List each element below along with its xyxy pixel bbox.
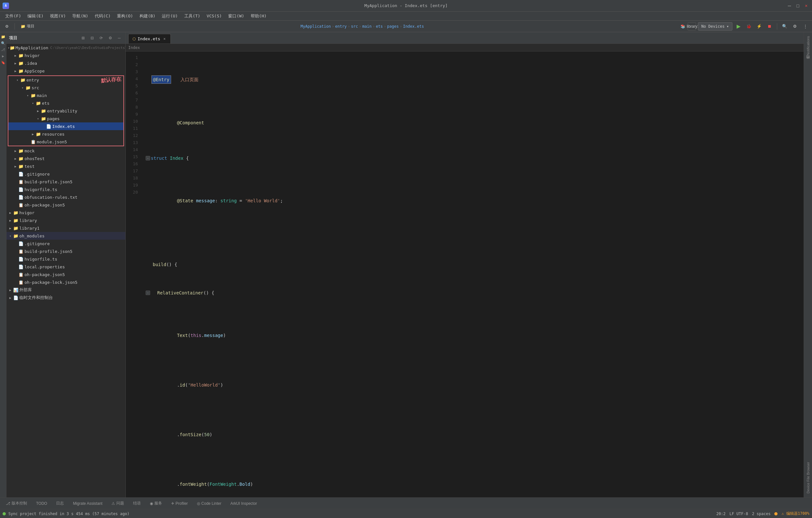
breadcrumb-pages[interactable]: pages xyxy=(387,24,399,29)
tab-log[interactable]: 日志 xyxy=(53,499,67,508)
breadcrumb-src[interactable]: src xyxy=(351,24,358,29)
menu-tools[interactable]: 工具(T) xyxy=(182,12,203,20)
tree-item-oh-modules[interactable]: ▾ 📁 oh_modules xyxy=(6,232,125,240)
breadcrumb-ets[interactable]: ets xyxy=(376,24,383,29)
tab-code-linter[interactable]: ◎ Code Linter xyxy=(194,499,225,508)
tree-item-local-prop[interactable]: ▶ 📄 local.properties xyxy=(6,263,125,271)
activity-run[interactable]: ▶ xyxy=(1,54,6,59)
menu-refactor[interactable]: 重构(O) xyxy=(114,12,135,20)
tree-item-main[interactable]: ▾ 📁 main xyxy=(8,91,123,99)
tree-item-test[interactable]: ▶ 📁 test xyxy=(6,162,125,170)
tab-version-control[interactable]: ⎇ 版本控制 xyxy=(3,499,30,508)
tab-problems[interactable]: ⚠ 问题 xyxy=(108,499,127,508)
tree-item-index-ets[interactable]: ▶ 📄 Index.ets xyxy=(8,122,123,130)
settings-icon-btn[interactable]: ⚙ xyxy=(3,23,11,30)
breadcrumb-myapp[interactable]: MyApplication xyxy=(301,24,331,29)
menu-run[interactable]: 运行(U) xyxy=(159,12,180,20)
tree-item-gitignore[interactable]: ▶ 📄 .gitignore xyxy=(6,170,125,178)
menu-build[interactable]: 构建(B) xyxy=(137,12,158,20)
tree-item-entryability[interactable]: ▶ 📁 entryability xyxy=(8,107,123,115)
tree-item-build-profile2[interactable]: ▶ 📋 build-profile.json5 xyxy=(6,247,125,255)
project-btn[interactable]: 📁 项目 xyxy=(18,23,37,30)
sidebar-settings[interactable]: ⚙ xyxy=(107,34,114,41)
sidebar-sync[interactable]: ⟳ xyxy=(98,34,105,41)
debug-button[interactable]: 🐞 xyxy=(745,22,753,31)
tree-item-module-json5[interactable]: ▶ 📋 module.json5 xyxy=(8,138,123,146)
device-file-browser-btn[interactable]: Device File Browser xyxy=(805,459,811,496)
tab-todo[interactable]: TODO xyxy=(33,499,50,508)
activity-git[interactable]: ⎇ xyxy=(1,47,6,52)
tree-item-ohostest[interactable]: ▶ 📁 ohosTest xyxy=(6,155,125,162)
menu-nav[interactable]: 导航(N) xyxy=(69,12,91,20)
tab-close-btn[interactable]: × xyxy=(162,37,167,41)
tree-item-external-lib[interactable]: ▶ 📊 外部库 xyxy=(6,286,125,294)
menu-view[interactable]: 视图(V) xyxy=(47,12,68,20)
menu-vcs[interactable]: VCS(S) xyxy=(204,12,224,19)
sidebar-expand-all[interactable]: ⊞ xyxy=(80,34,87,41)
tree-item-oh-package-lock[interactable]: ▶ 📋 oh-package-lock.json5 xyxy=(6,278,125,286)
tree-item-hvigor[interactable]: ▶ 📁 hvigor xyxy=(6,52,125,59)
tab-index-ets[interactable]: ⬡ Index.ets × xyxy=(128,34,171,43)
stop-button[interactable]: ⏹ xyxy=(765,22,774,31)
search-button[interactable]: 🔍 xyxy=(780,22,789,31)
tree-item-ets[interactable]: ▾ 📁 ets xyxy=(8,99,123,107)
activity-bookmarks[interactable]: 🔖 xyxy=(1,60,6,65)
library-selector[interactable]: 📚 library1 ▾ xyxy=(688,22,696,31)
menu-window[interactable]: 窗口(W) xyxy=(226,12,246,20)
menu-help[interactable]: 帮助(H) xyxy=(248,12,269,20)
tree-item-library1[interactable]: ▶ 📁 library1 xyxy=(6,224,125,232)
device-selector[interactable]: No Devices ▾ xyxy=(698,22,732,31)
tree-item-oh-package[interactable]: ▶ 📋 oh-package.json5 xyxy=(6,201,125,209)
sidebar-close[interactable]: ─ xyxy=(116,34,123,41)
status-position[interactable]: 20:2 xyxy=(716,512,726,516)
tab-arkui-inspector[interactable]: ArkUI Inspector xyxy=(227,499,260,508)
tree-item-gitignore2[interactable]: ▶ 📄 .gitignore xyxy=(6,240,125,247)
status-warning-text[interactable]: ⚠ 编辑器1700% xyxy=(781,511,809,516)
tree-root[interactable]: ▾ 📁 MyApplication C:\Users\yeah1\DevEcoS… xyxy=(6,44,125,52)
minimize-button[interactable]: ─ xyxy=(786,3,793,9)
tree-item-library[interactable]: ▶ 📁 library xyxy=(6,216,125,224)
activity-search[interactable]: 🔍 xyxy=(1,40,6,46)
tab-profiler[interactable]: ✈ Profiler xyxy=(168,499,191,508)
code-editor[interactable]: 1 2 3 4 5 6 7 8 9 10 11 12 13 14 15 16 1 xyxy=(126,52,804,497)
activity-project[interactable]: 📁 xyxy=(1,34,6,39)
tree-item-oh-package2[interactable]: ▶ 📋 oh-package.json5 xyxy=(6,271,125,278)
tree-item-hvigorfile2[interactable]: ▶ 📄 hvigorfile.ts xyxy=(6,255,125,263)
close-button[interactable]: × xyxy=(803,3,809,9)
breadcrumb-main[interactable]: main xyxy=(362,24,372,29)
code-content[interactable]: @Entry 入口页面 @Component - struct Index { xyxy=(142,52,804,497)
menu-file[interactable]: 文件(F) xyxy=(3,12,24,20)
tree-item-idea[interactable]: ▶ 📁 .idea xyxy=(6,59,125,67)
tree-item-src[interactable]: ▾ 📁 src xyxy=(8,84,123,91)
menu-code[interactable]: 代码(C) xyxy=(92,12,113,20)
tree-item-hvigor2[interactable]: ▶ 📁 hvigor xyxy=(6,209,125,216)
tree-item-mock[interactable]: ▶ 📁 mock xyxy=(6,147,125,155)
tab-service[interactable]: ◉ 服务 xyxy=(147,499,165,508)
notifications-btn[interactable]: Notifications xyxy=(805,33,811,58)
tree-item-build-profile[interactable]: ▶ 📋 build-profile.json5 xyxy=(6,178,125,186)
menu-edit[interactable]: 编辑(E) xyxy=(25,12,46,20)
profile-button[interactable]: ⚡ xyxy=(755,22,763,31)
structure-btn[interactable]: 结构 xyxy=(804,59,812,64)
tree-item-obfuscation[interactable]: ▶ 📄 obfuscation-rules.txt xyxy=(6,193,125,201)
more-button[interactable]: ⋮ xyxy=(801,22,809,31)
status-indent[interactable]: 2 spaces xyxy=(752,512,771,516)
code-line-5 xyxy=(144,233,804,240)
breadcrumb-index-ets[interactable]: Index.ets xyxy=(403,24,424,29)
tree-item-pages[interactable]: ▾ 📁 pages xyxy=(8,115,123,122)
maximize-button[interactable]: □ xyxy=(794,3,801,9)
tab-migrate[interactable]: Migrate Assistant xyxy=(69,499,105,508)
fold-btn-3[interactable]: - xyxy=(146,156,150,160)
run-button[interactable]: ▶ xyxy=(734,22,743,31)
status-encoding[interactable]: LF UTF-8 xyxy=(729,512,748,516)
sidebar-collapse-all[interactable]: ⊟ xyxy=(89,34,96,41)
tree-item-resources[interactable]: ▶ 📁 resources xyxy=(8,130,123,138)
tree-item-appscope[interactable]: ▶ 📁 AppScope xyxy=(6,67,125,75)
fold-btn-7[interactable]: - xyxy=(146,291,150,295)
tab-ending[interactable]: 结语 xyxy=(130,499,144,508)
breadcrumb-entry[interactable]: entry xyxy=(335,24,347,29)
status-sync-text[interactable]: Sync project finished in 3 s 454 ms (57 … xyxy=(8,512,129,516)
settings-button[interactable]: ⚙ xyxy=(791,22,799,31)
tree-item-temp-files[interactable]: ▶ 📄 临时文件和控制台 xyxy=(6,294,125,302)
tree-item-hvigorfile-ts[interactable]: ▶ 📄 hvigorfile.ts xyxy=(6,186,125,193)
